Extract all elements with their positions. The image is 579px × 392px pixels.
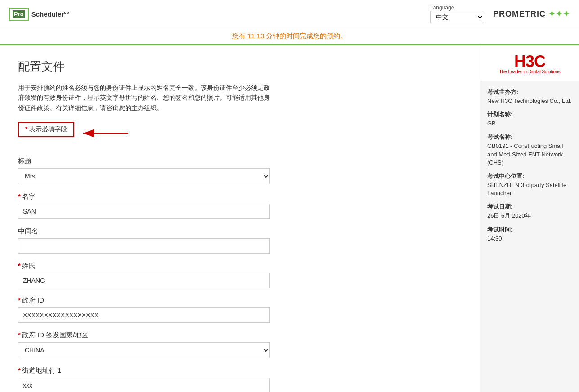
language-select[interactable]: 中文 English <box>430 11 484 23</box>
last-name-input[interactable] <box>18 273 270 288</box>
date-key: 考试日期: <box>487 203 572 211</box>
h3c-tagline: The Leader in Digital Solutions <box>499 69 560 74</box>
header: Pro SchedulerSM Language 中文 English PROM… <box>0 0 579 28</box>
name-label: *名字 <box>18 192 270 201</box>
street-field-group: *街道地址行 1 <box>18 366 270 392</box>
language-label: Language <box>430 4 454 11</box>
title-label: 标题 <box>18 157 270 165</box>
arrow-svg <box>79 125 133 143</box>
sidebar-h3c-logo: H3C The Leader in Digital Solutions <box>480 45 579 81</box>
middle-name-input[interactable] <box>18 238 270 254</box>
street-label: *街道地址行 1 <box>18 366 270 375</box>
sidebar: H3C The Leader in Digital Solutions 考试主办… <box>480 45 579 392</box>
arrow-annotation <box>79 125 133 144</box>
content-area: 配置文件 用于安排预约的姓名必须与您的身份证件上显示的姓名完全一致。该身份证件至… <box>0 45 480 392</box>
name-field-group: *名字 <box>18 192 270 219</box>
exam-val: GB0191 - Constructing Small and Med-Size… <box>487 143 563 165</box>
h3c-logo: H3C The Leader in Digital Solutions <box>487 52 572 74</box>
logo-scheduler-text: SchedulerSM <box>31 10 70 18</box>
middle-name-label: 中间名 <box>18 227 270 236</box>
govt-id-country-select[interactable]: CHINA United States Japan Korea <box>18 342 270 358</box>
logo-container: Pro SchedulerSM <box>9 8 69 21</box>
language-section: Language 中文 English <box>430 4 484 23</box>
required-note-text: 表示必填字段 <box>29 125 67 133</box>
logo-pro-text: Pro <box>13 10 25 18</box>
exam-key: 考试名称: <box>487 133 572 141</box>
govt-id-field-group: *政府 ID <box>18 296 270 323</box>
time-val: 14:30 <box>487 235 502 242</box>
govt-id-country-field-group: *政府 ID 签发国家/地区 CHINA United States Japan… <box>18 331 270 358</box>
last-name-label: *姓氏 <box>18 262 270 270</box>
sidebar-exam: 考试名称: GB0191 - Constructing Small and Me… <box>487 133 572 167</box>
govt-id-label: *政府 ID <box>18 296 270 305</box>
name-input[interactable] <box>18 204 270 219</box>
center-val: SHENZHEN 3rd party Satellite Launcher <box>487 182 566 196</box>
time-key: 考试时间: <box>487 226 572 234</box>
title-field-group: 标题 Mrs Mr Ms Dr <box>18 157 270 184</box>
header-right: Language 中文 English PROMETRIC ✦✦✦ <box>430 4 570 23</box>
sidebar-center: 考试中心位置: SHENZHEN 3rd party Satellite Lau… <box>487 172 572 197</box>
description-text: 用于安排预约的姓名必须与您的身份证件上显示的姓名完全一致。该身份证件至少必须是政… <box>18 83 270 113</box>
logo-box: Pro <box>9 8 29 21</box>
title-select[interactable]: Mrs Mr Ms Dr <box>18 168 270 184</box>
middle-name-field-group: 中间名 <box>18 227 270 254</box>
govt-id-input[interactable] <box>18 307 270 323</box>
sidebar-plan: 计划名称: GB <box>487 111 572 128</box>
last-name-field-group: *姓氏 <box>18 262 270 288</box>
page-title: 配置文件 <box>18 59 462 75</box>
sidebar-date: 考试日期: 26日 6月 2020年 <box>487 203 572 220</box>
prometric-logo: PROMETRIC ✦✦✦ <box>493 9 570 19</box>
sidebar-time: 考试时间: 14:30 <box>487 226 572 243</box>
plan-val: GB <box>487 120 496 127</box>
sidebar-info: 考试主办方: New H3C Technologies Co., Ltd. 计划… <box>480 81 579 255</box>
required-note-box: * 表示必填字段 <box>18 122 74 137</box>
date-val: 26日 6月 2020年 <box>487 212 531 219</box>
street-input[interactable] <box>18 378 270 392</box>
required-note-wrapper: * 表示必填字段 <box>18 122 74 146</box>
main-layout: 配置文件 用于安排预约的姓名必须与您的身份证件上显示的姓名完全一致。该身份证件至… <box>0 45 579 392</box>
sidebar-sponsor: 考试主办方: New H3C Technologies Co., Ltd. <box>487 88 572 105</box>
plan-key: 计划名称: <box>487 111 572 119</box>
sponsor-val: New H3C Technologies Co., Ltd. <box>487 98 572 104</box>
h3c-text: H3C <box>514 52 545 71</box>
timer-bar: 您有 11:13 分钟的时间完成您的预约。 <box>0 28 579 45</box>
timer-message: 您有 11:13 分钟的时间完成您的预约。 <box>232 32 347 40</box>
sponsor-key: 考试主办方: <box>487 88 572 96</box>
govt-id-country-label: *政府 ID 签发国家/地区 <box>18 331 270 339</box>
center-key: 考试中心位置: <box>487 172 572 180</box>
